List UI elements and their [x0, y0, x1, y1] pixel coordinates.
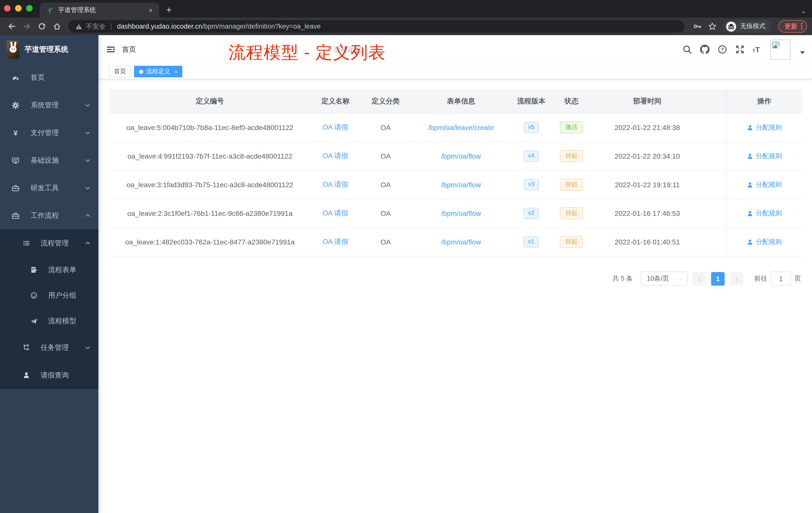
goto-page-input[interactable]: 1 — [771, 272, 791, 285]
password-key-icon[interactable] — [691, 20, 703, 33]
cell-form-info: /bpm/oa/flow — [411, 228, 511, 256]
form-link[interactable]: /bpm/oa/flow — [441, 238, 481, 246]
face-icon — [30, 292, 38, 299]
zoom-window-button[interactable] — [26, 5, 33, 11]
browser-tab[interactable]: 芋道管理系统 × — [40, 2, 159, 18]
tab-close-icon[interactable]: × — [147, 6, 154, 14]
top-navbar: 首页 / 流程定义 ? T — [98, 35, 812, 64]
cell-spacer — [703, 199, 726, 228]
avatar[interactable] — [770, 39, 790, 59]
sidebar-item-process-form[interactable]: 流程表单 — [0, 257, 98, 282]
assign-rule-button[interactable]: 分配规则 — [747, 123, 782, 132]
paper-plane-icon — [30, 317, 38, 325]
cell-definition-name: OA 请假 — [310, 171, 360, 199]
update-button[interactable]: 更新 — [778, 20, 807, 33]
sidebar-item-process-model[interactable]: 流程模型 — [0, 308, 98, 334]
font-size-icon[interactable]: TT — [753, 46, 760, 53]
help-icon[interactable]: ? — [717, 44, 727, 55]
sidebar-item-devtools[interactable]: 研发工具 — [0, 174, 98, 202]
tag-home[interactable]: 首页 — [109, 66, 131, 77]
sidebar-item-pay[interactable]: ¥ 支付管理 — [0, 119, 98, 147]
forward-icon[interactable] — [20, 20, 33, 33]
assign-rule-button[interactable]: 分配规则 — [747, 237, 782, 246]
reload-icon[interactable] — [35, 20, 48, 33]
definition-name-link[interactable]: OA 请假 — [323, 123, 348, 132]
cell-definition-name: OA 请假 — [310, 114, 360, 142]
home-icon[interactable] — [50, 20, 63, 33]
sidebar-item-workflow[interactable]: 工作流程 — [0, 202, 98, 230]
sidebar-item-user-group[interactable]: 用户分组 — [0, 282, 98, 308]
definition-name-link[interactable]: OA 请假 — [323, 180, 348, 189]
new-tab-button[interactable]: + — [166, 4, 172, 16]
minimize-window-button[interactable] — [15, 5, 22, 11]
cell-deploy-time: 2022-01-22 20:34:10 — [591, 142, 703, 170]
bookmark-star-icon[interactable] — [705, 20, 719, 33]
cell-status: 挂起 — [551, 199, 591, 228]
sidebar-item-leave-query[interactable]: 请假查询 — [0, 361, 98, 389]
form-link[interactable]: /bpm/oa/flow — [441, 181, 481, 189]
definition-name-link[interactable]: OA 请假 — [323, 209, 348, 218]
user-icon — [747, 210, 753, 217]
sidebar-logo[interactable]: 芋道管理系统 — [0, 35, 98, 64]
breadcrumb-current: 流程定义 — [334, 45, 384, 54]
column-header-spacer — [703, 89, 726, 113]
sidebar-item-label: 流程管理 — [41, 239, 74, 248]
app-title: 芋道管理系统 — [25, 45, 68, 54]
tag-process-definition[interactable]: 流程定义 × — [134, 66, 182, 77]
screen: 芋道管理系统 × + ⌄ 不安全 dashboard.yudao.iocoder… — [0, 0, 812, 513]
page-size-select[interactable]: 10条/页 ⌄ — [641, 272, 688, 285]
cell-actions: 分配规则 — [726, 114, 802, 142]
column-header: 定义编号 — [110, 89, 310, 113]
version-badge: v2 — [523, 208, 539, 219]
definition-name-link[interactable]: OA 请假 — [323, 152, 348, 161]
assign-rule-button[interactable]: 分配规则 — [747, 152, 782, 161]
page-size-value: 10条/页 — [647, 274, 675, 283]
sidebar-submenu-workflow: 流程管理 流程表单 用户分组 — [0, 230, 98, 389]
close-window-button[interactable] — [4, 5, 10, 11]
caret-down-icon[interactable] — [800, 51, 805, 54]
breadcrumb-home[interactable]: 首页 — [122, 45, 323, 54]
hamburger-icon[interactable] — [98, 35, 122, 64]
chevron-down-icon — [85, 158, 90, 163]
github-icon[interactable] — [700, 44, 710, 55]
chevron-down-icon — [85, 185, 90, 191]
search-icon[interactable] — [682, 44, 692, 55]
status-badge: 激活 — [560, 122, 583, 133]
assign-rule-button[interactable]: 分配规则 — [747, 180, 782, 189]
form-link[interactable]: /bpm/oa/leave/create — [428, 123, 494, 131]
sidebar-item-task-manage[interactable]: 任务管理 — [0, 334, 98, 361]
url-divider — [111, 23, 112, 30]
cell-definition-id: oa_leave:1:482ec033-762a-11ec-8477-a2380… — [110, 228, 310, 256]
cell-deploy-time: 2022-01-16 01:40:51 — [591, 228, 703, 256]
form-edit-icon — [30, 266, 38, 274]
status-badge: 挂起 — [560, 150, 583, 162]
gear-icon — [11, 101, 20, 109]
table-row: oa_leave:1:482ec033-762a-11ec-8477-a2380… — [110, 228, 802, 256]
form-link[interactable]: /bpm/oa/flow — [441, 152, 481, 160]
sidebar-item-process-manage[interactable]: 流程管理 — [0, 230, 98, 257]
assign-rule-button[interactable]: 分配规则 — [747, 209, 782, 218]
tab-search-chevron-icon[interactable]: ⌄ — [801, 7, 806, 14]
security-label[interactable]: 不安全 — [86, 22, 106, 31]
tag-label: 首页 — [114, 67, 126, 76]
back-icon[interactable] — [5, 20, 18, 33]
cell-status: 挂起 — [551, 228, 591, 256]
tag-close-icon[interactable]: × — [174, 68, 177, 74]
svg-text:?: ? — [721, 47, 724, 52]
window-controls[interactable] — [4, 5, 33, 11]
browser-menu-icon[interactable] — [801, 23, 803, 30]
sidebar-item-label: 流程表单 — [48, 265, 90, 274]
current-page-button[interactable]: 1 — [711, 272, 725, 285]
sidebar-item-label: 流程模型 — [48, 316, 90, 326]
fullscreen-icon[interactable] — [735, 44, 745, 55]
next-page-button[interactable]: › — [730, 272, 743, 285]
address-bar[interactable]: 不安全 dashboard.yudao.iocoder.cn/bpm/manag… — [68, 20, 685, 33]
cell-definition-id: oa_leave:2:3c1f0ef1-76b1-11ec-9c66-a2380… — [110, 199, 310, 228]
form-link[interactable]: /bpm/oa/flow — [441, 209, 481, 217]
url-text[interactable]: dashboard.yudao.iocoder.cn/bpm/manager/d… — [117, 23, 321, 30]
definition-name-link[interactable]: OA 请假 — [323, 237, 348, 246]
sidebar-item-home[interactable]: 首页 — [0, 64, 98, 91]
sidebar-item-system[interactable]: 系统管理 — [0, 91, 98, 119]
prev-page-button[interactable]: ‹ — [693, 272, 706, 285]
sidebar-item-infra[interactable]: 基础设施 — [0, 147, 98, 174]
